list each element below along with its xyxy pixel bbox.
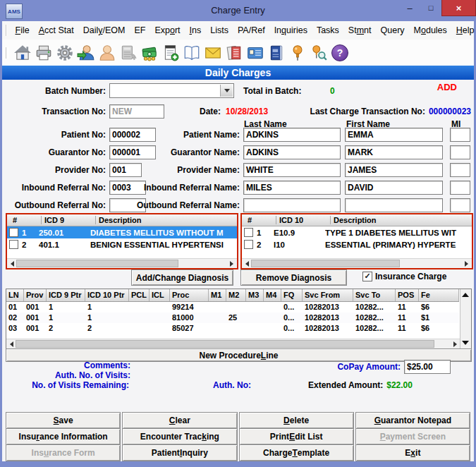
last-charge-label: Last Charge Transaction No: bbox=[310, 107, 425, 116]
print-edit-list-button[interactable]: Print Edit List bbox=[239, 428, 354, 445]
inbound-referral-first-name-field[interactable]: DAVID bbox=[345, 181, 443, 195]
patient-mi-field[interactable] bbox=[450, 128, 470, 142]
patient-icon[interactable] bbox=[97, 42, 118, 63]
batch-dropdown-button[interactable] bbox=[220, 85, 233, 97]
exit-button[interactable]: Exit bbox=[355, 444, 470, 461]
charge-template-button[interactable]: Charge Template bbox=[239, 444, 354, 461]
icd10-row-checkbox[interactable] bbox=[244, 240, 253, 249]
book-icon[interactable] bbox=[181, 42, 202, 63]
icd9-row[interactable]: 2 401.1 BENIGN ESSENTIAL HYPERTENSI bbox=[7, 238, 237, 250]
provider-last-name-field[interactable]: WHITE bbox=[243, 163, 341, 177]
provider-first-name-field[interactable]: JAMES bbox=[345, 163, 443, 177]
menu-item-daily-eom[interactable]: Daily/EOM bbox=[78, 25, 130, 35]
pin-search-icon[interactable] bbox=[308, 42, 329, 63]
provider-no-field[interactable]: 001 bbox=[109, 163, 142, 177]
scroll-left-arrow[interactable] bbox=[6, 339, 16, 348]
remove-diagnosis-button[interactable]: Remove Diagnosis bbox=[240, 269, 347, 286]
patient-search-icon[interactable] bbox=[75, 42, 97, 63]
patient-last-name-field[interactable]: ADKINS bbox=[243, 128, 341, 142]
copay-amount-label: CoPay Amount: bbox=[337, 362, 401, 372]
menu-item-export[interactable]: Export bbox=[150, 25, 185, 35]
menu-item-tasks[interactable]: Tasks bbox=[312, 25, 343, 35]
icd9-row[interactable]: 1 250.01 DIABETES MELLITUS WITHOUT M bbox=[7, 226, 237, 238]
procedure-table: LNProvICD 9 PtrICD 10 PtrPCLICLProcM1M2M… bbox=[6, 289, 472, 349]
icd10-row[interactable]: 1 E10.9 TYPE 1 DIABETES MELLITUS WIT bbox=[242, 226, 472, 238]
scroll-up-arrow[interactable] bbox=[460, 289, 470, 299]
patient-first-name-field[interactable]: EMMA bbox=[345, 128, 443, 142]
scroll-right-arrow[interactable] bbox=[463, 259, 472, 268]
settings-gear-icon[interactable] bbox=[54, 42, 75, 63]
menu-item-lists[interactable]: Lists bbox=[206, 25, 233, 35]
guarantor-last-name-field[interactable]: ADKINS bbox=[243, 145, 341, 159]
maximize-button[interactable]: □ bbox=[420, 0, 441, 16]
scrollbar-thumb[interactable] bbox=[251, 260, 400, 267]
insurance-charge-checkbox[interactable]: ✓ bbox=[362, 272, 372, 281]
minimize-button[interactable]: – bbox=[399, 0, 420, 16]
menu-item-ef[interactable]: EF bbox=[130, 25, 150, 35]
scrollbar-thumb[interactable] bbox=[16, 340, 434, 348]
scroll-right-arrow[interactable] bbox=[228, 259, 237, 268]
guarantor-no-field[interactable]: 000001 bbox=[109, 145, 156, 159]
home-icon[interactable] bbox=[12, 42, 33, 63]
menu-item-acct-stat[interactable]: Acct Stat bbox=[34, 25, 78, 35]
insurance-card-icon[interactable] bbox=[245, 42, 266, 63]
notes-icon[interactable] bbox=[224, 42, 245, 63]
procedure-vertical-scrollbar[interactable] bbox=[460, 289, 471, 348]
outbound-referral-first-name-field[interactable] bbox=[345, 198, 443, 212]
address-book-icon[interactable] bbox=[266, 42, 287, 63]
menu-item-query[interactable]: Query bbox=[376, 25, 409, 35]
outbound-referral-last-name-field[interactable] bbox=[243, 198, 341, 212]
guarantor-mi-field[interactable] bbox=[450, 145, 470, 159]
encounter-tracking-button[interactable]: Encounter Tracking bbox=[122, 428, 237, 445]
icd10-horizontal-scrollbar[interactable] bbox=[242, 258, 472, 268]
inbound-referral-no-field[interactable]: 0003 bbox=[109, 181, 146, 195]
batch-number-combobox[interactable] bbox=[109, 83, 234, 98]
mail-icon[interactable] bbox=[202, 42, 224, 63]
menu-item-help[interactable]: Help bbox=[451, 25, 476, 35]
transaction-no-field[interactable]: NEW bbox=[109, 104, 164, 119]
pushpin-icon[interactable] bbox=[287, 42, 308, 63]
icd10-row[interactable]: 2 I10 ESSENTIAL (PRIMARY) HYPERTE bbox=[242, 238, 472, 250]
delete-button[interactable]: Delete bbox=[239, 412, 354, 429]
scroll-left-arrow[interactable] bbox=[242, 259, 251, 268]
provider-name-label: Provider Name: bbox=[177, 165, 240, 175]
payments-icon[interactable] bbox=[139, 42, 160, 63]
clear-button[interactable]: Clear bbox=[122, 412, 237, 429]
inbound-referral-last-name-field[interactable]: MILES bbox=[243, 181, 341, 195]
procedure-row[interactable]: 0100111992140...1028201310282...11$6 bbox=[6, 302, 459, 313]
menu-item-inquiries[interactable]: Inquiries bbox=[269, 25, 312, 35]
menu-item-stmnt[interactable]: Stmnt bbox=[343, 25, 376, 35]
scroll-left-arrow[interactable] bbox=[7, 259, 16, 268]
inbound-referral-mi-field[interactable] bbox=[450, 181, 470, 195]
scroll-down-arrow[interactable] bbox=[460, 339, 470, 348]
procedure-row[interactable]: 0300122850270...1028201310282...11$6 bbox=[6, 323, 459, 334]
menu-item-ins[interactable]: Ins bbox=[185, 25, 206, 35]
procedure-row[interactable]: 020011181000250...1028201310282...11$1 bbox=[6, 313, 459, 323]
icd9-row-checkbox[interactable] bbox=[9, 228, 18, 237]
patient-no-field[interactable]: 000002 bbox=[109, 128, 156, 142]
minimize-icon: – bbox=[407, 3, 412, 13]
guarantor-notepad-button[interactable]: Guarantor Notepad bbox=[355, 412, 470, 429]
outbound-referral-mi-field[interactable] bbox=[450, 198, 470, 212]
close-button[interactable]: × bbox=[441, 0, 476, 16]
menu-item-pa-ref[interactable]: PA/Ref bbox=[233, 25, 269, 35]
guarantor-first-name-field[interactable]: MARK bbox=[345, 145, 443, 159]
scrollbar-thumb[interactable] bbox=[16, 260, 178, 267]
menu-item-file[interactable]: File bbox=[11, 25, 34, 35]
form-add-icon[interactable] bbox=[160, 42, 181, 63]
help-icon[interactable]: ? bbox=[329, 42, 350, 63]
icd9-row-checkbox[interactable] bbox=[9, 240, 18, 249]
print-icon[interactable] bbox=[33, 42, 54, 63]
menu-item-modules[interactable]: Modules bbox=[409, 25, 451, 35]
icd10-row-checkbox[interactable] bbox=[244, 228, 253, 237]
copay-amount-field[interactable]: $25.00 bbox=[404, 360, 451, 374]
procedure-horizontal-scrollbar[interactable] bbox=[6, 339, 460, 348]
icd9-horizontal-scrollbar[interactable] bbox=[7, 258, 237, 268]
add-change-diagnosis-button[interactable]: Add/Change Diagnosis bbox=[131, 269, 233, 286]
new-procedure-line-button[interactable]: New Procedure Line bbox=[6, 348, 472, 362]
provider-mi-field[interactable] bbox=[450, 163, 470, 177]
patient-inquiry-button[interactable]: Patient Inquiry bbox=[122, 444, 237, 461]
insurance-information-button[interactable]: Insurance Information bbox=[6, 428, 121, 445]
save-button[interactable]: Save bbox=[6, 412, 121, 429]
ledger-icon[interactable] bbox=[118, 42, 139, 63]
